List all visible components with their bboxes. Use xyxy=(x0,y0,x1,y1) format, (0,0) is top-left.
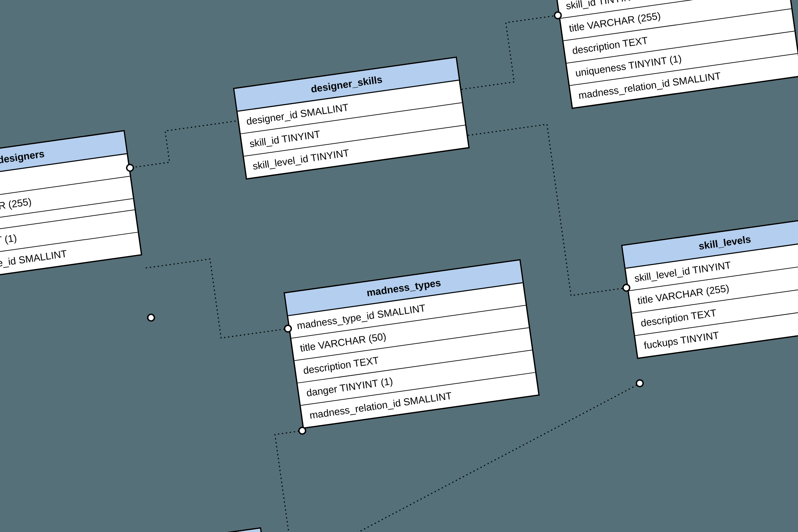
connector-icon xyxy=(147,313,156,322)
table-madness-relations: madness_relations madness_relation_id SM… xyxy=(77,527,268,532)
erd-canvas: designers id SMALLINT name VARCHAR (255)… xyxy=(0,0,798,532)
table-madness-types: madness_types madness_type_id SMALLINT t… xyxy=(284,259,540,429)
table-header: madness_relations xyxy=(78,529,263,532)
table-skills: skills skill_id TINYINT title VARCHAR (2… xyxy=(553,0,798,109)
table-skill-levels: skill_levels skill_level_id TINYINT titl… xyxy=(621,216,798,359)
connector-icon xyxy=(635,379,644,388)
table-designers: designers id SMALLINT name VARCHAR (255)… xyxy=(0,130,142,285)
table-designer-skills: designer_skills designer_id SMALLINT ski… xyxy=(233,57,470,180)
